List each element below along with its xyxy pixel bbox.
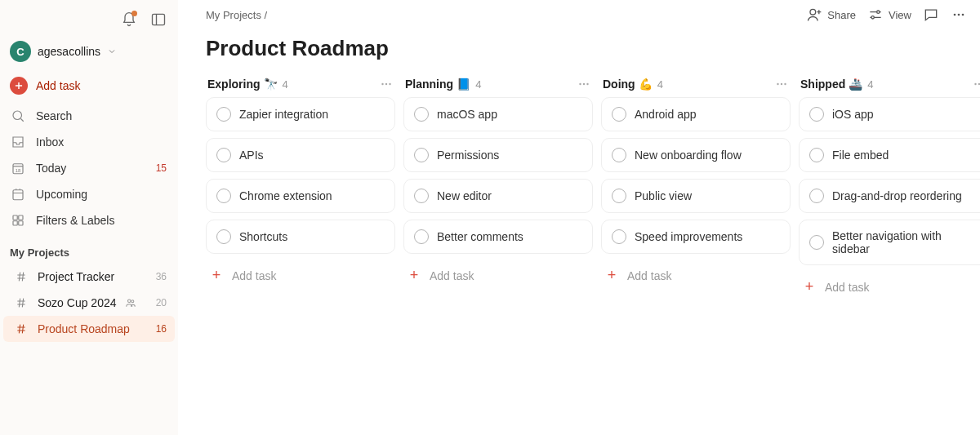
task-title: Shortcuts xyxy=(239,230,287,243)
task-title: macOS app xyxy=(437,108,497,121)
project-item[interactable]: Sozo Cup 202420 xyxy=(3,290,175,316)
task-checkbox[interactable] xyxy=(414,189,429,203)
column-count: 4 xyxy=(475,78,481,91)
plus-circle-icon xyxy=(10,77,28,95)
task-card[interactable]: Speed improvements xyxy=(601,220,791,254)
more-button[interactable] xyxy=(951,7,967,23)
plus-icon: + xyxy=(802,278,817,295)
workspace-switcher[interactable]: C agesacollins xyxy=(0,36,178,72)
task-title: Chrome extension xyxy=(239,189,332,202)
column-add-task[interactable]: +Add task xyxy=(799,272,980,302)
task-checkbox[interactable] xyxy=(612,189,626,203)
nav-upcoming[interactable]: Upcoming xyxy=(0,181,178,207)
task-checkbox[interactable] xyxy=(216,107,231,122)
column-header: Planning 📘4 xyxy=(403,74,593,97)
task-checkbox[interactable] xyxy=(216,229,231,244)
svg-point-21 xyxy=(583,83,585,85)
task-card[interactable]: New editor xyxy=(403,179,593,213)
column-more-button[interactable] xyxy=(972,77,980,91)
column-more-button[interactable] xyxy=(577,77,591,91)
hash-icon xyxy=(13,321,29,337)
column-title[interactable]: Doing 💪 xyxy=(603,78,653,91)
chevron-down-icon xyxy=(107,47,117,56)
task-checkbox[interactable] xyxy=(809,148,824,162)
column-header: Doing 💪4 xyxy=(601,74,791,97)
column-add-task[interactable]: +Add task xyxy=(403,260,593,291)
task-checkbox[interactable] xyxy=(216,189,231,203)
task-card[interactable]: Chrome extension xyxy=(206,179,395,213)
projects-section-title[interactable]: My Projects xyxy=(0,233,178,264)
task-card[interactable]: Better navigation with sidebar xyxy=(799,220,980,265)
task-checkbox[interactable] xyxy=(414,148,429,162)
task-card[interactable]: iOS app xyxy=(799,97,980,131)
column-more-button[interactable] xyxy=(774,77,789,91)
task-card[interactable]: Public view xyxy=(601,179,791,213)
svg-point-20 xyxy=(579,83,581,85)
task-checkbox[interactable] xyxy=(612,107,626,122)
project-label: Project Tracker xyxy=(38,270,114,283)
board-column: Doing 💪4Android appNew onboarding flowPu… xyxy=(601,74,791,435)
user-plus-icon xyxy=(806,7,822,23)
task-checkbox[interactable] xyxy=(809,189,824,203)
workspace-avatar: C xyxy=(10,41,31,62)
comments-button[interactable] xyxy=(923,7,939,23)
add-task-label: Add task xyxy=(430,269,474,282)
notifications-button[interactable] xyxy=(119,10,139,29)
task-card[interactable]: Shortcuts xyxy=(206,220,395,254)
svg-point-13 xyxy=(871,16,874,19)
project-item[interactable]: Product Roadmap16 xyxy=(3,316,175,342)
nav-search[interactable]: Search xyxy=(0,103,178,129)
project-label: Sozo Cup 2024 xyxy=(38,296,117,309)
task-checkbox[interactable] xyxy=(809,235,824,250)
nav-label: Today xyxy=(36,162,66,175)
task-checkbox[interactable] xyxy=(809,107,824,122)
task-title: Drag-and-drop reordering xyxy=(832,189,962,202)
task-checkbox[interactable] xyxy=(612,229,626,244)
column-title[interactable]: Shipped 🚢 xyxy=(800,78,862,91)
task-title: File embed xyxy=(832,149,889,162)
nav-inbox[interactable]: Inbox xyxy=(0,129,178,155)
task-title: Speed improvements xyxy=(635,230,742,243)
task-checkbox[interactable] xyxy=(414,229,429,244)
svg-point-18 xyxy=(385,83,387,85)
nav-label: Upcoming xyxy=(36,188,87,201)
panel-toggle-button[interactable] xyxy=(149,10,168,29)
share-button[interactable]: Share xyxy=(806,7,856,23)
column-more-button[interactable] xyxy=(379,77,394,91)
sliders-icon xyxy=(867,7,884,23)
nav-filters[interactable]: Filters & Labels xyxy=(0,207,178,233)
column-header: Exploring 🔭4 xyxy=(206,74,395,97)
column-title[interactable]: Planning 📘 xyxy=(405,78,470,91)
task-card[interactable]: Drag-and-drop reordering xyxy=(799,179,980,213)
add-task-button[interactable]: Add task xyxy=(0,72,178,100)
task-card[interactable]: File embed xyxy=(799,138,980,172)
page-header: My Projects / Share View xyxy=(178,0,980,26)
board: Exploring 🔭4Zapier integrationAPIsChrome… xyxy=(178,74,980,435)
svg-point-25 xyxy=(784,83,786,85)
svg-rect-8 xyxy=(19,221,23,225)
task-checkbox[interactable] xyxy=(216,148,231,162)
svg-point-17 xyxy=(381,83,383,85)
nav-today[interactable]: 18 Today 15 xyxy=(0,155,178,181)
task-card[interactable]: Android app xyxy=(601,97,791,131)
nav-label: Search xyxy=(36,109,72,122)
column-add-task[interactable]: +Add task xyxy=(601,260,791,291)
task-checkbox[interactable] xyxy=(414,107,429,122)
task-checkbox[interactable] xyxy=(612,148,626,162)
grid-icon xyxy=(10,212,26,229)
task-card[interactable]: Zapier integration xyxy=(206,97,395,131)
view-button[interactable]: View xyxy=(867,7,911,23)
project-item[interactable]: Project Tracker36 xyxy=(3,264,175,290)
column-add-task[interactable]: +Add task xyxy=(206,260,395,291)
project-count: 36 xyxy=(156,271,167,282)
breadcrumb[interactable]: My Projects / xyxy=(206,9,267,21)
task-card[interactable]: macOS app xyxy=(403,97,593,131)
task-card[interactable]: Permissions xyxy=(403,138,593,172)
hash-icon xyxy=(13,295,29,311)
task-card[interactable]: Better comments xyxy=(403,220,593,254)
column-title[interactable]: Exploring 🔭 xyxy=(207,78,278,91)
sidebar: C agesacollins Add task Search Inbox xyxy=(0,0,178,435)
project-label: Product Roadmap xyxy=(38,322,130,335)
task-card[interactable]: New onboarding flow xyxy=(601,138,791,172)
task-card[interactable]: APIs xyxy=(206,138,395,172)
